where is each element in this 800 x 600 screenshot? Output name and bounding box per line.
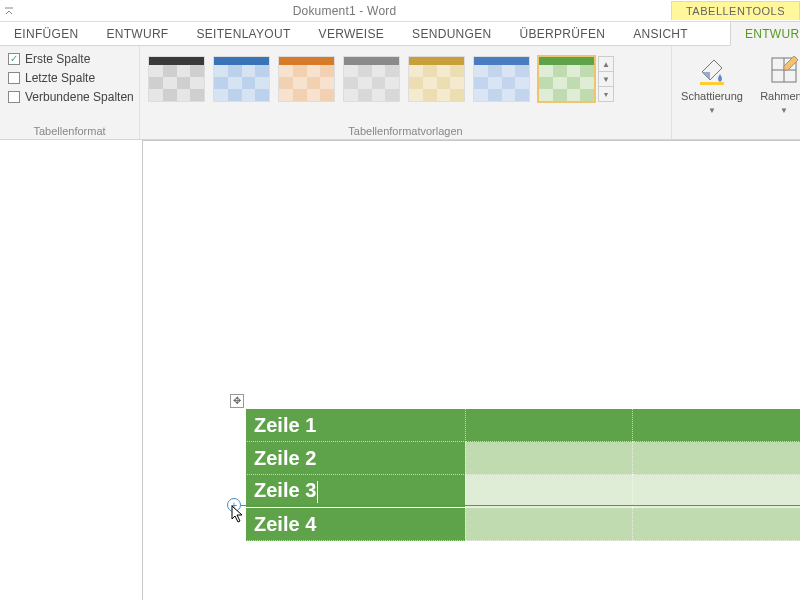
option-label: Erste Spalte [25,52,90,66]
document-area: Zeile 1 Zeile 2 Zeile 3 Zeile 4 + [0,140,800,600]
style-thumb-green-active[interactable] [538,56,595,102]
style-gallery[interactable] [148,56,595,102]
table-row: Zeile 1 [246,409,801,442]
tab-verweise[interactable]: VERWEISE [305,22,399,45]
group-rahmen: Rahmena ▼ [744,46,800,139]
group-title: Tabellenformat [0,125,139,137]
gallery-scroll[interactable]: ▲ ▼ ▾ [598,56,614,102]
style-thumb-plain-dark[interactable] [148,56,205,102]
style-thumb-gray[interactable] [343,56,400,102]
tab-ansicht[interactable]: ANSICHT [619,22,702,45]
table-cell[interactable]: Zeile 1 [246,409,466,442]
style-thumb-orange[interactable] [278,56,335,102]
style-thumb-gold[interactable] [408,56,465,102]
option-label: Letzte Spalte [25,71,95,85]
insert-line [241,505,800,506]
style-thumb-blue[interactable] [213,56,270,102]
table-cell[interactable] [465,409,633,442]
table-cell[interactable] [633,409,800,442]
svg-rect-0 [700,82,724,85]
group-schattierung: Schattierung ▼ [672,46,744,139]
table-cell[interactable] [465,442,633,475]
option-verbundene-spalten[interactable]: Verbundene Spalten [8,90,143,104]
table-cell[interactable] [633,442,800,475]
rahmen-button[interactable]: Rahmena ▼ [752,48,800,115]
insert-row-indicator[interactable]: + [227,498,800,512]
checkbox-icon [8,53,20,65]
window-title: Dokument1 - Word [18,4,671,18]
tab-seitenlayout[interactable]: SEITENLAYOUT [183,22,305,45]
table-row: Zeile 4 [246,508,801,541]
group-styles: ▲ ▼ ▾ Tabellenformatvorlagen [140,46,672,139]
option-erste-spalte[interactable]: Erste Spalte [8,52,143,66]
checkbox-icon [8,91,20,103]
group-tabellenformat: Erste Spalte Letzte Spalte Verbundene Sp… [0,46,140,139]
gallery-up-icon[interactable]: ▲ [599,57,613,72]
tab-entwurf[interactable]: ENTWURF [92,22,182,45]
tab-tools-entwurf[interactable]: ENTWURF [730,21,800,46]
schattierung-button[interactable]: Schattierung ▼ [680,48,744,115]
mouse-cursor-icon [231,505,245,523]
button-label: Rahmena [760,90,800,102]
group-title: Tabellenformatvorlagen [140,125,671,137]
tab-ueberpruefen[interactable]: ÜBERPRÜFEN [506,22,620,45]
button-label: Schattierung [681,90,743,102]
ribbon: Erste Spalte Letzte Spalte Verbundene Sp… [0,46,800,140]
checkbox-icon [8,72,20,84]
paint-bucket-icon [696,54,728,86]
document-table[interactable]: Zeile 1 Zeile 2 Zeile 3 Zeile 4 [245,408,800,541]
qat-customize-icon[interactable] [0,6,18,16]
table-cell[interactable]: Zeile 2 [246,442,466,475]
tab-einfuegen[interactable]: EINFÜGEN [0,22,92,45]
dropdown-icon: ▼ [708,106,716,115]
option-letzte-spalte[interactable]: Letzte Spalte [8,71,143,85]
tab-sendungen[interactable]: SENDUNGEN [398,22,505,45]
title-bar: Dokument1 - Word TABELLENTOOLS [0,0,800,22]
style-thumb-blue2[interactable] [473,56,530,102]
gallery-more-icon[interactable]: ▾ [599,87,613,101]
gallery-down-icon[interactable]: ▼ [599,72,613,87]
dropdown-icon: ▼ [780,106,788,115]
borders-icon [768,54,800,86]
table-cell[interactable] [633,508,800,541]
option-label: Verbundene Spalten [25,90,134,104]
ribbon-tabs: EINFÜGEN ENTWURF SEITENLAYOUT VERWEISE S… [0,22,800,46]
table-row: Zeile 2 [246,442,801,475]
table-move-handle-icon[interactable] [230,394,244,408]
table-cell[interactable] [465,508,633,541]
table-cell[interactable]: Zeile 4 [246,508,466,541]
contextual-tab-label: TABELLENTOOLS [671,1,800,20]
